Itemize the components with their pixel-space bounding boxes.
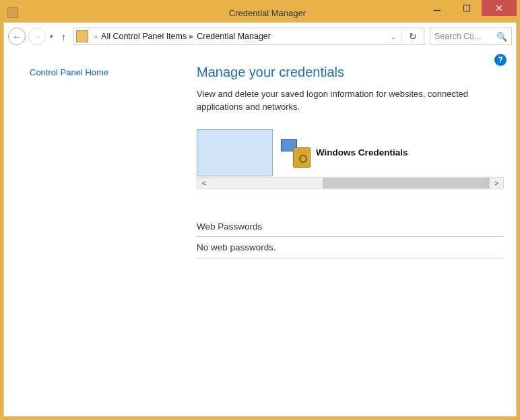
content: ? Control Panel Home Manage your credent… <box>4 50 516 416</box>
windows-credentials-label: Windows Credentials <box>316 147 408 158</box>
help-icon[interactable]: ? <box>494 54 507 66</box>
breadcrumb-chevron-icon: « <box>94 33 98 40</box>
up-button[interactable]: ↑ <box>57 31 71 42</box>
web-passwords-section: Web Passwords No web passwords. <box>197 221 504 258</box>
refresh-button[interactable]: ↻ <box>401 31 424 42</box>
navbar: ← → ▾ ↑ « All Control Panel Items ▶ Cred… <box>4 23 516 50</box>
section-empty-row: No web passwords. <box>197 237 504 258</box>
credential-tiles: Windows Credentials <box>197 129 504 177</box>
page-heading: Manage your credentials <box>197 65 504 80</box>
forward-button[interactable]: → <box>28 28 46 45</box>
sidebar: Control Panel Home <box>4 59 193 416</box>
address-bar[interactable]: « All Control Panel Items ▶ Credential M… <box>73 28 425 45</box>
close-button[interactable]: ✕ <box>482 0 517 16</box>
control-panel-home-link[interactable]: Control Panel Home <box>30 67 108 77</box>
breadcrumb-separator-icon: ▶ <box>189 33 194 40</box>
history-dropdown[interactable]: ▾ <box>48 33 55 40</box>
scroll-right-icon[interactable]: > <box>490 179 503 187</box>
window: Credential Manager ✕ ← → ▾ ↑ « All Contr… <box>3 3 517 417</box>
windows-credentials-tile[interactable]: Windows Credentials <box>281 129 408 176</box>
section-header: Web Passwords <box>197 221 504 237</box>
web-credentials-tile[interactable] <box>197 129 273 176</box>
vault-icon <box>281 138 311 168</box>
titlebar: Credential Manager ✕ <box>3 3 517 22</box>
scroll-thumb[interactable] <box>323 178 490 188</box>
address-dropdown[interactable]: ⌄ <box>385 33 401 40</box>
maximize-button[interactable] <box>452 0 482 16</box>
minimize-button[interactable] <box>422 0 452 16</box>
window-controls: ✕ <box>422 0 517 16</box>
scroll-left-icon[interactable]: < <box>197 179 211 187</box>
page-description: View and delete your saved logon informa… <box>197 88 504 114</box>
search-input[interactable]: Search Co... 🔍 <box>430 28 512 45</box>
main-panel: Manage your credentials View and delete … <box>193 59 516 416</box>
folder-icon <box>76 30 88 42</box>
tiles-scrollbar[interactable]: < > <box>197 177 504 189</box>
app-icon <box>7 7 18 18</box>
search-icon: 🔍 <box>496 32 507 42</box>
search-placeholder: Search Co... <box>434 32 481 41</box>
breadcrumb-item[interactable]: Credential Manager <box>197 32 271 41</box>
back-button[interactable]: ← <box>8 28 26 45</box>
scroll-track[interactable] <box>211 178 490 188</box>
breadcrumb-item[interactable]: All Control Panel Items <box>101 32 187 41</box>
client-area: ← → ▾ ↑ « All Control Panel Items ▶ Cred… <box>3 22 517 417</box>
